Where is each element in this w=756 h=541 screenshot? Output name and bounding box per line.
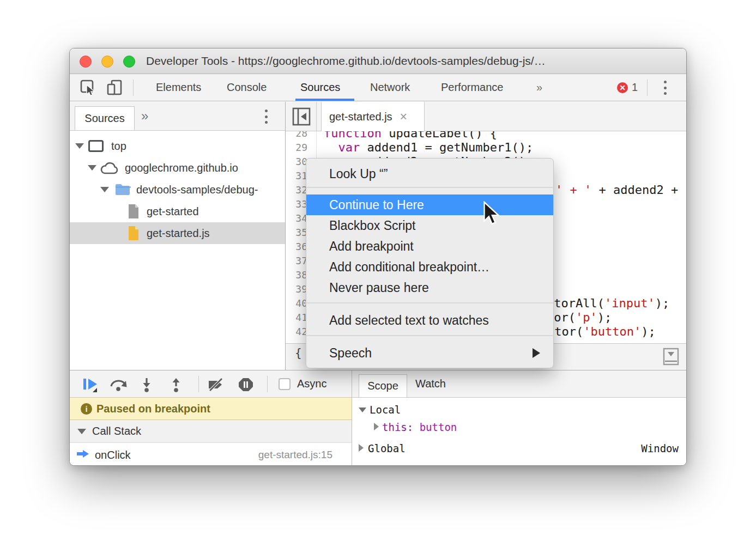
async-checkbox-label[interactable]: Async [297, 370, 326, 397]
menu-item-never-pause-here[interactable]: Never pause here [306, 277, 553, 298]
menu-item-continue-to-here[interactable]: Continue to Here [306, 194, 553, 215]
pretty-print-icon[interactable]: { [295, 347, 302, 360]
code-line: var addend1 = getNumber1(); [324, 141, 533, 155]
menu-divider [306, 187, 553, 188]
call-stack-title: Call Stack [92, 425, 141, 437]
editor-tab-get-started-js[interactable]: get-started.js × [321, 102, 425, 131]
menu-item-speech[interactable]: Speech [306, 343, 553, 363]
scope-tab-bar: Scope Watch [352, 370, 686, 398]
tab-scope[interactable]: Scope [359, 374, 407, 397]
settings-kebab-icon[interactable] [661, 81, 669, 95]
tab-watch[interactable]: Watch [415, 370, 446, 397]
expander-icon[interactable] [359, 408, 366, 412]
info-icon: i [81, 403, 92, 415]
debugger-panel: Async i Paused on breakpoint Call Stack … [70, 370, 686, 465]
frame-function-name: onClick [95, 449, 131, 461]
devtools-window: Developer Tools - https://googlechrome.g… [69, 48, 687, 466]
tab-console[interactable]: Console [227, 74, 267, 101]
step-out-button[interactable] [169, 377, 183, 394]
menu-item-add-breakpoint[interactable]: Add breakpoint [306, 236, 553, 257]
scope-local[interactable]: Local [370, 404, 401, 416]
zoom-window-button[interactable] [123, 56, 135, 68]
expander-icon[interactable] [374, 423, 379, 430]
menu-item-look-up[interactable]: Look Up “” [306, 163, 553, 185]
sidebar-more-chevron[interactable]: » [141, 102, 148, 130]
main-toolbar: Elements Console Sources Network Perform… [70, 74, 686, 101]
device-toolbar-icon[interactable] [106, 79, 123, 96]
scope-global-value: Window [641, 442, 679, 454]
scope-tree: Local this: button Global Window [352, 398, 686, 466]
menu-item-add-selected-text-to-watches[interactable]: Add selected text to watches [306, 310, 553, 331]
folder-icon [114, 183, 131, 199]
collapse-icon[interactable] [77, 429, 86, 434]
line-number[interactable]: 29 [295, 141, 307, 155]
sidebar-kebab-icon[interactable] [262, 110, 270, 124]
tree-label: get-started [147, 205, 199, 218]
scope-this-property[interactable]: this: button [382, 421, 457, 433]
sources-sidebar: Sources » top googlechrome.github.io [70, 102, 286, 370]
more-tabs-chevron[interactable]: » [536, 74, 542, 101]
menu-divider [306, 335, 553, 336]
sidebar-tab-sources[interactable]: Sources [75, 106, 135, 130]
expander-icon[interactable] [88, 165, 96, 171]
tree-label: top [111, 140, 126, 153]
tree-item-origin[interactable]: googlechrome.github.io [70, 157, 285, 179]
minimize-window-button[interactable] [101, 56, 113, 68]
tree-label: googlechrome.github.io [125, 162, 238, 174]
code-line: function updateLabel() { [324, 131, 497, 141]
tree-item-top[interactable]: top [70, 135, 285, 157]
line-number[interactable]: 28 [295, 131, 307, 141]
toolbar-divider [647, 80, 648, 96]
tab-network[interactable]: Network [370, 74, 410, 101]
code-line: tor('p'); [547, 311, 612, 325]
divider [316, 102, 317, 131]
editor-tab-bar: get-started.js × [286, 102, 686, 131]
tree-item-folder[interactable]: devtools-samples/debug- [70, 179, 285, 200]
frame-location[interactable]: get-started.js:15 [258, 449, 332, 461]
current-frame-arrow-icon [76, 448, 89, 462]
call-stack-header[interactable]: Call Stack [70, 420, 352, 443]
deactivate-breakpoints-button[interactable] [207, 377, 225, 394]
error-count[interactable]: 1 [632, 74, 638, 101]
hide-navigator-icon[interactable] [292, 107, 311, 128]
cloud-icon [100, 162, 119, 178]
divider [198, 376, 199, 392]
async-checkbox[interactable] [279, 378, 291, 390]
tree-label: devtools-samples/debug- [136, 184, 258, 196]
inspect-element-icon[interactable] [80, 79, 97, 96]
menu-item-blackbox-script[interactable]: Blackbox Script [306, 215, 553, 236]
tree-label: get-started.js [147, 227, 210, 240]
tab-performance[interactable]: Performance [441, 74, 504, 101]
scope-global[interactable]: Global [368, 442, 406, 454]
tab-sources[interactable]: Sources [300, 74, 340, 101]
pause-on-exceptions-button[interactable] [238, 377, 254, 394]
context-menu: Look Up “” Continue to Here Blackbox Scr… [306, 158, 554, 368]
expander-icon[interactable] [75, 143, 84, 149]
debugger-toolbar: Async [70, 370, 352, 398]
sidebar-header: Sources » [70, 102, 285, 131]
toolbar-divider [133, 80, 134, 96]
file-tree: top googlechrome.github.io devtools-samp… [70, 131, 285, 244]
close-window-button[interactable] [80, 56, 92, 68]
expander-icon[interactable] [359, 444, 364, 452]
call-stack-frame[interactable]: onClick get-started.js:15 [70, 443, 352, 466]
menu-item-add-conditional-breakpoint[interactable]: Add conditional breakpoint… [306, 257, 553, 277]
paused-banner: i Paused on breakpoint [70, 398, 352, 420]
file-icon [127, 203, 140, 222]
title-bar: Developer Tools - https://googlechrome.g… [70, 48, 686, 74]
tree-item-get-started[interactable]: get-started [70, 200, 285, 222]
code-line: ctor('button'); [547, 325, 656, 339]
close-tab-icon[interactable]: × [400, 110, 407, 124]
error-icon[interactable]: ✕ [617, 82, 628, 93]
step-into-button[interactable] [140, 377, 154, 394]
divider [267, 376, 268, 392]
tree-item-get-started-js[interactable]: get-started.js [70, 222, 285, 244]
source-panel-indicator-icon[interactable] [663, 348, 679, 368]
tab-elements[interactable]: Elements [156, 74, 201, 101]
frame-icon [88, 140, 104, 152]
expander-icon[interactable] [100, 187, 109, 192]
long-press-indicator-icon [93, 388, 97, 392]
step-over-button[interactable] [109, 377, 128, 394]
active-tab-underline [295, 99, 354, 101]
code-line: ' + ' + addend2 + [555, 183, 678, 197]
